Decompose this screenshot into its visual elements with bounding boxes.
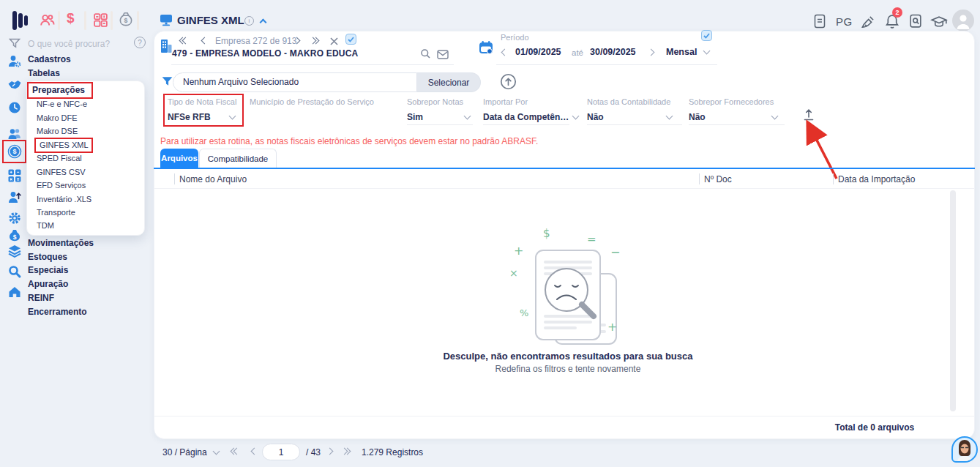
filter-underline: [587, 124, 682, 125]
tab-compatibilidade[interactable]: Compatibilidade: [199, 149, 277, 168]
company-first-button[interactable]: [180, 38, 188, 43]
topbar-separator: [84, 11, 86, 30]
financial-module-icon[interactable]: $: [67, 10, 75, 26]
submenu-item-sped-fiscal[interactable]: SPED Fiscal: [37, 154, 82, 162]
filter-underline: [689, 124, 785, 125]
empty-state-title: Desculpe, não encontramos resultados par…: [348, 351, 788, 362]
filter-municipio[interactable]: Município de Prestação do Serviço: [250, 97, 400, 125]
page-input[interactable]: 1: [262, 444, 300, 460]
prev-page-button[interactable]: [251, 448, 258, 455]
submenu-item-nfe-nfce[interactable]: NF-e e NFC-e: [37, 100, 87, 108]
period-start-date[interactable]: 01/09/2025: [515, 47, 561, 57]
rail-home-icon[interactable]: [7, 285, 22, 302]
rail-user-arrow-icon[interactable]: [7, 190, 22, 208]
user-avatar[interactable]: [952, 10, 974, 31]
first-page-button[interactable]: [231, 449, 239, 454]
submenu-item-efd-servicos[interactable]: EFD Serviços: [37, 181, 86, 190]
svg-text:%: %: [520, 307, 528, 318]
filter-label: Sobrepor Notas: [407, 97, 473, 106]
envelope-icon[interactable]: [437, 49, 449, 62]
select-file-button[interactable]: Selecionar: [417, 72, 481, 92]
total-files-label: Total de 0 arquivos: [801, 422, 948, 433]
sidebar-item-apuracao[interactable]: Apuração: [28, 279, 68, 289]
filter-sobrepor-fornecedores[interactable]: Sobrepor Fornecedores Não: [689, 97, 785, 125]
filter-value: Data da Competên…: [483, 112, 572, 122]
rail-handshake-icon[interactable]: [7, 77, 22, 94]
submenu-item-ginfes-csv[interactable]: GINFES CSV: [37, 168, 86, 176]
submenu-item-makro-dfe[interactable]: Makro DFE: [37, 113, 78, 122]
sidebar-search-input[interactable]: O que você procura?: [28, 39, 110, 49]
company-search-icon[interactable]: [420, 48, 431, 62]
svg-text:$: $: [124, 17, 128, 24]
company-last-button[interactable]: [310, 38, 318, 43]
svg-text:+: +: [514, 244, 523, 258]
file-input[interactable]: Nenhum Arquivo Selecionado: [173, 72, 417, 92]
filter-label: Notas da Contabilidade: [587, 97, 682, 106]
monitor-icon: [160, 14, 173, 29]
sidebar-item-movimentacoes[interactable]: Movimentações: [28, 238, 94, 248]
submenu-item-makro-dse[interactable]: Makro DSE: [37, 127, 78, 135]
makro-logo[interactable]: [10, 10, 31, 31]
empty-state-illustration: $ = + − × % +: [499, 214, 635, 347]
divider: [496, 64, 717, 65]
sidebar-filter-icon[interactable]: [9, 37, 20, 52]
sidebar-item-tabelas[interactable]: Tabelas: [28, 68, 60, 78]
rail-layers-icon[interactable]: [7, 244, 22, 261]
filter-funnel-icon[interactable]: [161, 75, 173, 91]
svg-text:×: ×: [509, 267, 518, 279]
column-header-data-importacao[interactable]: Data da Importação: [838, 174, 915, 184]
tabs-underline: [154, 168, 975, 169]
column-divider: [174, 173, 175, 184]
period-checkbox[interactable]: [701, 30, 712, 41]
filter-value: Não: [689, 112, 785, 122]
period-mode-select[interactable]: Mensal: [666, 47, 697, 57]
rail-search-icon[interactable]: [7, 264, 22, 282]
column-header-nome[interactable]: Nome do Arquivo: [179, 174, 247, 184]
table-scrollbar[interactable]: [950, 190, 956, 411]
annotation-box-tipo-nota-fiscal: [163, 94, 244, 127]
filter-value: Sim: [407, 112, 473, 122]
contract-search-icon[interactable]: [908, 14, 923, 31]
sidebar-item-encerramento[interactable]: Encerramento: [28, 307, 87, 317]
sidebar-item-estoques[interactable]: Estoques: [28, 252, 67, 262]
sidebar-item-reinf[interactable]: REINF: [28, 293, 54, 303]
calendar-icon: [479, 40, 493, 58]
company-name[interactable]: 479 - EMPRESA MODELO - MAKRO EDUCA: [172, 48, 358, 59]
upload-cloud-icon[interactable]: [500, 73, 517, 93]
rail-calculator-icon[interactable]: [7, 168, 22, 186]
per-page-chevron-icon[interactable]: [213, 448, 220, 455]
modules-grid-icon[interactable]: [93, 12, 108, 31]
pg-icon[interactable]: PG: [836, 15, 853, 28]
company-close-icon[interactable]: [329, 36, 339, 49]
empty-state-subtitle: Redefina os filtros e tente novamente: [348, 364, 788, 374]
filter-sobrepor-notas[interactable]: Sobrepor Notas Sim: [407, 97, 473, 125]
filter-notas-contabilidade[interactable]: Notas da Contabilidade Não: [587, 97, 682, 125]
company-checkbox[interactable]: [345, 34, 356, 45]
period-end-date[interactable]: 30/09/2025: [590, 47, 636, 57]
filter-importar-por[interactable]: Importar Por Data da Competên…: [483, 97, 572, 125]
collapse-chevron-icon[interactable]: [260, 19, 267, 26]
per-page-select[interactable]: 30 / Página: [162, 447, 207, 457]
tab-arquivos[interactable]: Arquivos: [160, 149, 198, 168]
svg-text:+: +: [607, 320, 617, 334]
submenu-item-transporte[interactable]: Transporte: [37, 208, 75, 217]
sidebar-item-especiais[interactable]: Especiais: [28, 265, 68, 275]
support-chat-avatar[interactable]: [951, 436, 978, 463]
info-icon[interactable]: i: [244, 16, 254, 26]
rail-gear-icon[interactable]: [7, 211, 22, 228]
sidebar-item-cadastros[interactable]: Cadastros: [28, 54, 71, 64]
people-module-icon[interactable]: [40, 12, 56, 31]
company-building-icon: [160, 38, 173, 57]
document-icon[interactable]: [812, 14, 827, 31]
next-page-button[interactable]: [326, 448, 334, 455]
help-icon[interactable]: ?: [134, 37, 146, 48]
rail-clock-icon[interactable]: [7, 100, 22, 118]
submenu-item-tdm[interactable]: TDM: [37, 221, 54, 230]
submenu-item-inventario-xls[interactable]: Inventário .XLS: [37, 195, 91, 203]
records-count: 1.279 Registros: [362, 447, 423, 457]
divider: [154, 416, 974, 416]
money-bag-icon[interactable]: $: [118, 11, 134, 31]
rail-user-settings-icon[interactable]: [7, 54, 22, 72]
column-header-ndoc[interactable]: Nº Doc: [704, 174, 732, 184]
last-page-button[interactable]: [342, 449, 350, 454]
